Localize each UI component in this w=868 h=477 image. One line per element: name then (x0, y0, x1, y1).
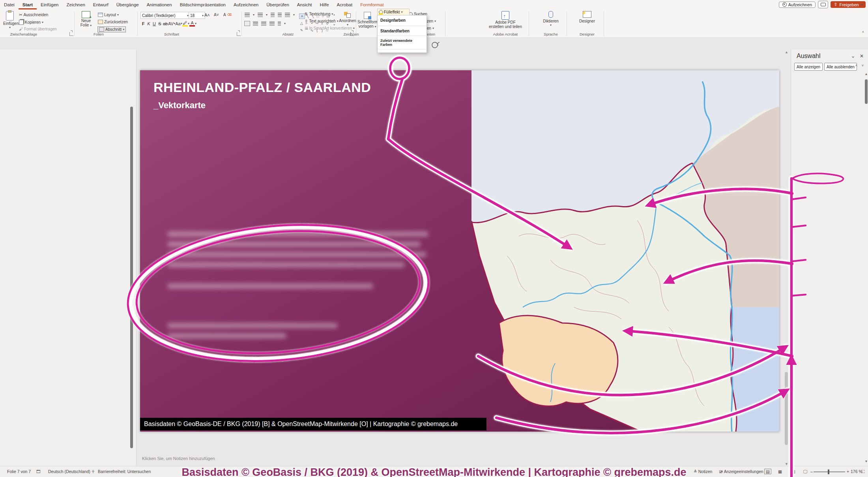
hide-all-button[interactable]: Alle ausblenden (824, 63, 857, 71)
group-label-acrobat: Adobe Acrobat (488, 32, 523, 36)
recent-colors-label: Zuletzt verwendete Farben (378, 38, 427, 47)
bottom-credit-text: Basisdaten © GeoBasis / BKG (2019) & Ope… (0, 466, 868, 477)
quick-styles-icon (364, 12, 371, 19)
record-button[interactable]: Aufzeichnen (779, 2, 816, 8)
tab-zeichnen[interactable]: Zeichnen (62, 0, 89, 9)
collapse-ribbon-button[interactable]: ˄ (862, 30, 864, 34)
shape-fill-dropdown: Designfarben Standardfarben Zuletzt verw… (377, 15, 427, 53)
group-label-speech: Sprache (539, 32, 563, 36)
slide-thumbnail-panel (0, 49, 137, 466)
section-icon (99, 27, 104, 32)
group-label-font: Schriftart (158, 32, 185, 36)
microphone-icon (548, 11, 553, 18)
tab-start[interactable]: Start (19, 0, 37, 9)
layout-button[interactable]: Layout▾ (98, 13, 119, 17)
share-icon: ⇧ (834, 2, 837, 7)
reset-icon (98, 20, 103, 24)
standard-colors-label: Standardfarben (378, 28, 427, 34)
group-label-designer: Designer (574, 32, 600, 36)
move-up-button[interactable]: ˄ (855, 64, 857, 68)
copy-button[interactable]: Kopieren▾ (19, 20, 43, 25)
quick-styles-button[interactable]: Schnellformat- vorlagen ▾ (357, 12, 377, 28)
highlight-color-button: 🖉 (182, 21, 188, 26)
slide-title: RHEINLAND-PFALZ / SAARLAND (153, 80, 371, 95)
dictate-button[interactable]: Diktieren▾ (539, 11, 563, 27)
new-slide-button[interactable]: + Neue Folie ▾ (77, 11, 95, 27)
shrink-font-button[interactable]: A˅ (214, 13, 219, 17)
cut-button[interactable]: ✂Ausschneiden (19, 13, 48, 17)
fill-bucket-icon (379, 10, 383, 14)
tab-hilfe[interactable]: Hilfe (316, 0, 333, 9)
shape-fill-button[interactable]: Fülleffekt▾ (377, 9, 410, 15)
ribbon-tab-bar: DateiStartEinfügenZeichnenEntwurfÜbergän… (0, 0, 868, 10)
move-down-button[interactable]: ˅ (862, 64, 864, 68)
tab-bildschirmpräsentation[interactable]: Bildschirmpräsentation (176, 0, 230, 9)
clipboard-icon (6, 11, 14, 21)
designer-button[interactable]: ⚡ Designer (574, 11, 600, 23)
group-label-paragraph: Absatz (276, 32, 300, 36)
tab-ansicht[interactable]: Ansicht (293, 0, 316, 9)
tab-entwurf[interactable]: Entwurf (89, 0, 112, 9)
group-label-slides: Folien (87, 32, 110, 36)
tab-übergänge[interactable]: Übergänge (112, 0, 143, 9)
align-buttons[interactable]: ▾ (245, 21, 286, 26)
slide-subtitle: _Vektorkarte (153, 100, 206, 111)
designer-icon: ⚡ (583, 11, 591, 18)
font-name-combo[interactable]: Calibri (Textkörper)▾ (140, 12, 190, 19)
theme-colors-label: Designfarben (378, 17, 427, 23)
powerpoint-window: DateiStartEinfügenZeichnenEntwurfÜbergän… (0, 0, 868, 477)
format-painter-button[interactable]: 🖌︎Format übertragen (19, 27, 57, 31)
format-painter-icon: 🖌︎ (19, 27, 23, 31)
section-button[interactable]: Abschnitt▾ (98, 27, 125, 32)
thumbnail-scrollbar[interactable] (130, 107, 133, 448)
clear-format-button[interactable]: A⌫ (223, 13, 232, 17)
share-button[interactable]: ⇧Freigeben▾ (831, 1, 866, 8)
vector-map-image[interactable] (471, 70, 779, 432)
layout-icon (98, 13, 103, 17)
reset-button[interactable]: Zurücksetzen (98, 20, 128, 24)
clipboard-dialog-launcher[interactable] (69, 32, 73, 36)
shapes-gallery-scroll[interactable]: ▴▪▾ (332, 12, 336, 27)
grow-font-button[interactable]: A˄ (204, 13, 210, 17)
tab-formformat[interactable]: Formformat (356, 0, 387, 9)
record-icon (782, 2, 787, 7)
font-color-button: A (189, 21, 195, 26)
adobe-pdf-button[interactable]: ⇡ Adobe PDF erstellen und teilen (488, 11, 523, 29)
group-label-clipboard: Zwischenablage (8, 32, 39, 36)
tab-animationen[interactable]: Animationen (143, 0, 176, 9)
arrange-button[interactable]: Anordnen▾ (339, 12, 357, 26)
group-label-drawing: Zeichnen (339, 32, 363, 36)
font-dialog-launcher[interactable] (237, 32, 241, 36)
ribbon: Einfügen▾ ✂Ausschneiden Kopieren▾ 🖌︎Form… (0, 9, 868, 38)
tab-acrobat[interactable]: Acrobat (333, 0, 357, 9)
paste-button[interactable]: Einfügen▾ (3, 11, 17, 29)
slide-credit-bar: Basisdaten © GeoBasis-DE / BKG (2019) [B… (140, 418, 486, 430)
arrange-icon (344, 12, 351, 17)
copy-icon (19, 20, 24, 25)
handwritten-annotation-text (149, 224, 423, 255)
tab-überprüfen[interactable]: Überprüfen (262, 0, 293, 9)
font-size-combo[interactable]: 18▾ (189, 12, 205, 19)
tab-einfügen[interactable]: Einfügen (37, 0, 62, 9)
show-all-button[interactable]: Alle anzeigen (794, 63, 823, 71)
shapes-gallery[interactable]: A╲╲□○▭ △⌐⌁⇨⇩↺ ✎⌒∿{}☆ (299, 12, 331, 33)
slide-canvas[interactable]: RHEINLAND-PFALZ / SAARLAND _Vektorkarte … (140, 70, 779, 432)
notes-placeholder[interactable]: Klicken Sie, um Notizen hinzuzufügen (142, 456, 215, 461)
tab-datei[interactable]: Datei (0, 0, 19, 9)
list-buttons[interactable]: ▾▾ ▾ (245, 13, 295, 17)
scissors-icon: ✂ (19, 13, 22, 17)
selection-pane: Auswahl ⌄ ✕ Alle anzeigen Alle ausblende… (791, 49, 868, 466)
canvas-scrollbar[interactable]: ▲ ▼ (784, 50, 789, 466)
selection-pane-title: Auswahl (797, 53, 820, 60)
adobe-pdf-icon: ⇡ (501, 11, 509, 20)
pane-dropdown-icon[interactable]: ⌄ (851, 53, 855, 59)
tab-aufzeichnen[interactable]: Aufzeichnen (230, 0, 262, 9)
selection-pane-scrollbar[interactable]: ▲ ▼ (864, 72, 868, 463)
comments-button[interactable] (818, 1, 828, 8)
new-slide-icon: + (82, 11, 90, 18)
font-format-buttons[interactable]: FKUS abAV▾Aa▾ 🖉▾ A▾ (140, 21, 196, 26)
pane-close-icon[interactable]: ✕ (860, 53, 864, 59)
